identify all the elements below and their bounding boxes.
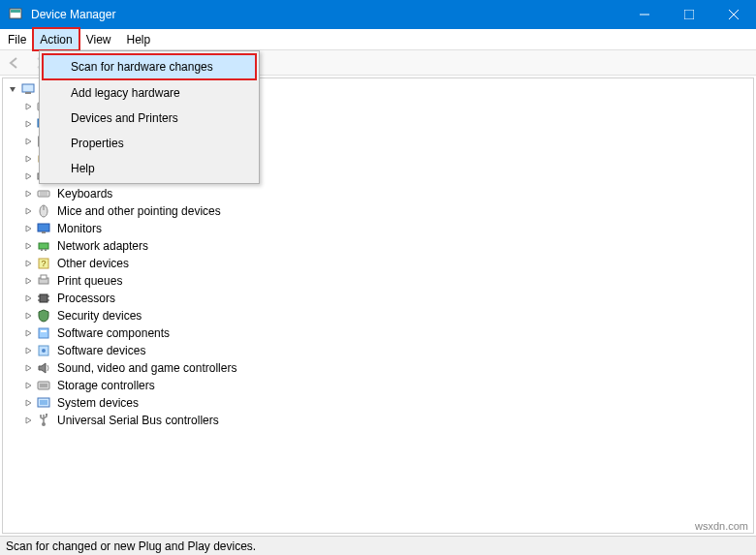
storage-icon [36, 378, 51, 393]
app-icon [8, 7, 23, 22]
close-button[interactable] [711, 0, 756, 29]
tree-node-label: Universal Serial Bus controllers [55, 414, 221, 427]
network-icon [36, 238, 51, 254]
statusbar: Scan for changed or new Plug and Play de… [0, 536, 756, 555]
svg-rect-31 [40, 294, 47, 302]
expand-toggle-icon[interactable] [22, 275, 34, 287]
tree-node-network[interactable]: Network adapters [3, 237, 753, 255]
menu-item-devices-printers[interactable]: Devices and Printers [42, 106, 257, 131]
tree-node-label: Security devices [55, 309, 143, 323]
tree-node-label: Storage controllers [55, 379, 157, 392]
tree-node-mouse[interactable]: Mice and other pointing devices [3, 202, 753, 220]
expand-toggle-icon[interactable] [22, 170, 34, 182]
menu-action[interactable]: Action [32, 27, 79, 51]
tree-node-label: Software components [55, 326, 172, 340]
tree-node-system[interactable]: System devices [3, 394, 753, 412]
tree-node-software-dev[interactable]: Software devices [3, 342, 753, 359]
tree-node-keyboard[interactable]: Keyboards [3, 185, 753, 202]
tree-node-label: Other devices [55, 257, 131, 270]
minimize-button[interactable] [622, 0, 667, 29]
svg-rect-17 [38, 191, 49, 197]
menu-view[interactable]: View [79, 29, 119, 49]
menubar: File Action View Help Scan for hardware … [0, 29, 756, 50]
system-icon [36, 395, 51, 411]
svg-rect-47 [46, 414, 47, 416]
expand-toggle-icon[interactable] [22, 153, 34, 165]
expand-toggle-icon[interactable] [22, 415, 34, 426]
svg-rect-6 [22, 84, 34, 92]
security-icon [36, 308, 51, 324]
computer-icon [20, 81, 36, 97]
svg-rect-36 [39, 328, 48, 338]
tree-node-label: Monitors [55, 222, 104, 235]
tree-node-label: Network adapters [55, 239, 150, 253]
tree-node-usb[interactable]: Universal Serial Bus controllers [3, 412, 753, 429]
software-icon [36, 325, 51, 341]
tree-node-cpu[interactable]: Processors [3, 290, 753, 307]
maximize-button[interactable] [667, 0, 711, 29]
menu-item-add-legacy[interactable]: Add legacy hardware [42, 80, 257, 106]
svg-point-46 [40, 415, 42, 416]
menu-item-help[interactable]: Help [42, 156, 257, 181]
svg-rect-26 [45, 249, 47, 251]
expand-toggle-icon[interactable] [7, 83, 18, 95]
tree-node-label: Mice and other pointing devices [55, 204, 223, 218]
svg-rect-22 [38, 224, 49, 231]
titlebar: Device Manager [0, 0, 756, 29]
expand-toggle-icon[interactable] [22, 397, 34, 409]
statusbar-text: Scan for changed or new Plug and Play de… [6, 540, 256, 553]
usb-icon [36, 413, 51, 428]
window-title: Device Manager [31, 8, 622, 21]
expand-toggle-icon[interactable] [22, 258, 34, 269]
menu-help[interactable]: Help [119, 29, 159, 49]
svg-text:?: ? [41, 259, 46, 268]
software-dev-icon [36, 343, 51, 358]
svg-rect-23 [42, 231, 46, 233]
svg-rect-24 [39, 243, 48, 249]
expand-toggle-icon[interactable] [22, 240, 34, 252]
monitor-icon [36, 221, 51, 236]
tree-node-other[interactable]: ?Other devices [3, 255, 753, 272]
menu-item-properties[interactable]: Properties [42, 131, 257, 156]
svg-rect-7 [25, 92, 31, 94]
expand-toggle-icon[interactable] [22, 293, 34, 304]
tree-node-label: Keyboards [55, 187, 114, 200]
printer-icon [36, 273, 51, 289]
expand-toggle-icon[interactable] [22, 223, 34, 234]
expand-toggle-icon[interactable] [22, 118, 34, 130]
expand-toggle-icon[interactable] [22, 188, 34, 200]
mouse-icon [36, 203, 51, 219]
menu-item-scan-hardware[interactable]: Scan for hardware changes [42, 53, 257, 80]
svg-rect-1 [11, 10, 20, 13]
tree-node-label: System devices [55, 396, 141, 410]
expand-toggle-icon[interactable] [22, 380, 34, 391]
tree-node-label: Sound, video and game controllers [55, 361, 238, 375]
expand-toggle-icon[interactable] [22, 101, 34, 112]
tree-node-security[interactable]: Security devices [3, 307, 753, 324]
menu-file[interactable]: File [0, 29, 34, 49]
expand-toggle-icon[interactable] [22, 327, 34, 339]
tree-node-sound[interactable]: Sound, video and game controllers [3, 359, 753, 377]
tree-node-label: Software devices [55, 344, 147, 357]
action-menu-dropdown: Scan for hardware changes Add legacy har… [39, 50, 260, 184]
expand-toggle-icon[interactable] [22, 310, 34, 322]
expand-toggle-icon[interactable] [22, 345, 34, 356]
tree-node-software[interactable]: Software components [3, 324, 753, 342]
svg-rect-43 [40, 400, 47, 405]
expand-toggle-icon[interactable] [22, 362, 34, 374]
other-icon: ? [36, 256, 51, 271]
svg-rect-3 [684, 10, 694, 19]
svg-rect-25 [41, 249, 43, 251]
tree-node-label: Processors [55, 292, 117, 305]
svg-rect-41 [40, 384, 47, 387]
svg-rect-37 [41, 330, 47, 332]
svg-point-39 [42, 349, 46, 353]
expand-toggle-icon[interactable] [22, 136, 34, 147]
tree-node-label: Print queues [55, 274, 124, 288]
tree-node-printer[interactable]: Print queues [3, 272, 753, 290]
expand-toggle-icon[interactable] [22, 205, 34, 217]
tree-node-storage[interactable]: Storage controllers [3, 377, 753, 394]
toolbar-back-button[interactable] [4, 52, 25, 74]
cpu-icon [36, 291, 51, 306]
tree-node-monitor[interactable]: Monitors [3, 220, 753, 237]
